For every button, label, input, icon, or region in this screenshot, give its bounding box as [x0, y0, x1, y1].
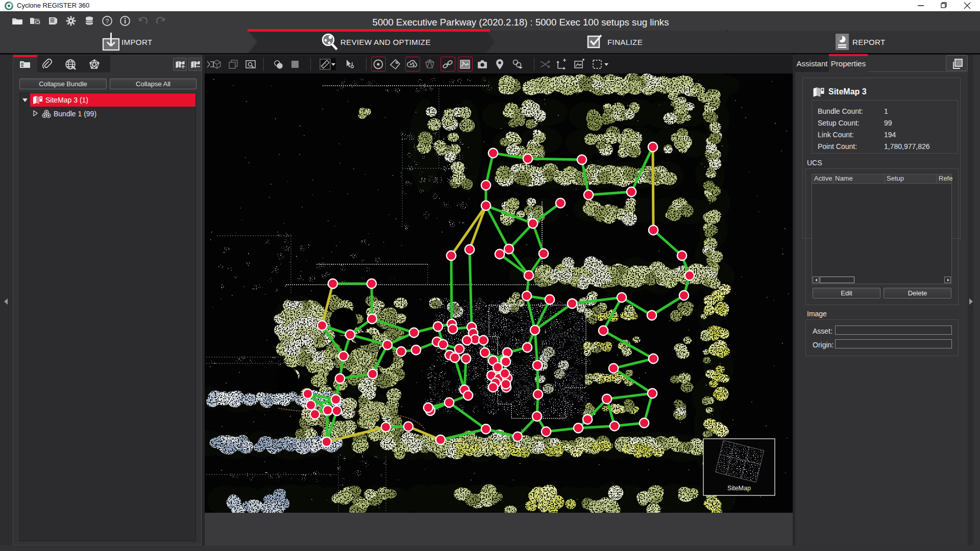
svg-text:SiteMap: SiteMap [727, 485, 751, 492]
